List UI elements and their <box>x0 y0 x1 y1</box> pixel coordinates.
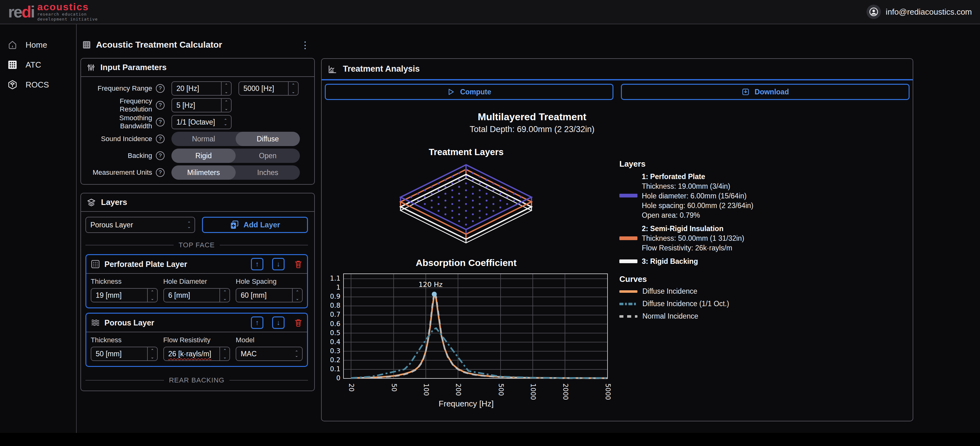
spin-down-icon[interactable]: ⌄ <box>148 295 157 302</box>
svg-text:1: 1 <box>336 284 340 291</box>
svg-text:0.9: 0.9 <box>330 293 340 300</box>
absorption-coefficient-plot: 00.10.20.30.40.50.60.70.80.911.120501002… <box>330 270 614 403</box>
chevron-updown-icon: ⌃⌄ <box>224 119 227 125</box>
svg-text:200: 200 <box>455 383 462 396</box>
brand-tagline-1: research education <box>37 12 97 17</box>
sidebar-item-rocs[interactable]: ROCS <box>0 75 76 95</box>
help-icon[interactable]: ? <box>156 84 165 93</box>
help-icon[interactable]: ? <box>156 151 165 160</box>
download-button[interactable]: Download <box>621 84 910 100</box>
layers-legend-title: Layers <box>619 159 753 169</box>
frequency-min-stepper[interactable]: 20 [Hz] ⌃⌄ <box>172 81 232 95</box>
field-thickness: Thickness 19 [mm] ⌃⌄ <box>91 278 158 302</box>
legend-entry-perforated-plate: 1: Perforated Plate Thickness: 19.00mm (… <box>619 172 753 220</box>
delete-layer-button[interactable] <box>294 260 303 268</box>
help-icon[interactable]: ? <box>156 101 165 110</box>
sound-incidence-toggle: Normal Diffuse <box>172 132 300 146</box>
spin-down-icon[interactable]: ⌄ <box>222 89 231 95</box>
svg-text:0.4: 0.4 <box>330 338 340 346</box>
toggle-option-inches[interactable]: Inches <box>235 165 300 180</box>
kebab-menu-icon[interactable]: ⋮ <box>298 40 313 51</box>
sidebar: Home ATC ROCS <box>0 24 77 433</box>
svg-text:0.3: 0.3 <box>330 347 340 355</box>
user-avatar-icon[interactable] <box>867 5 881 19</box>
thickness-stepper[interactable]: 50 [mm] ⌃⌄ <box>91 347 158 361</box>
hole-spacing-stepper[interactable]: 60 [mm] ⌃⌄ <box>235 288 303 302</box>
layers-title: Layers <box>101 197 127 207</box>
frequency-resolution-stepper[interactable]: 5 [Hz] ⌃⌄ <box>172 98 232 113</box>
spin-up-icon[interactable]: ⌃ <box>148 289 157 295</box>
hole-diameter-stepper[interactable]: 6 [mm] ⌃⌄ <box>163 288 230 302</box>
spin-down-icon[interactable]: ⌄ <box>222 105 231 112</box>
layer-card-title: Perforated Plate Layer <box>104 260 187 269</box>
treatment-analysis-title: Treatment Analysis <box>343 64 420 74</box>
svg-text:5000: 5000 <box>604 383 612 400</box>
spin-down-icon[interactable]: ⌄ <box>148 354 157 360</box>
sidebar-item-home[interactable]: Home <box>0 35 76 55</box>
compute-button[interactable]: Compute <box>325 84 613 100</box>
thickness-stepper[interactable]: 19 [mm] ⌃⌄ <box>91 288 158 302</box>
absorption-chart: 00.10.20.30.40.50.60.70.80.911.120501002… <box>330 270 614 405</box>
frequency-max-stepper[interactable]: 5000 [Hz] ⌃⌄ <box>239 81 299 95</box>
smoothing-bandwidth-row: Smoothing Bandwidth ? 1/1 [Octave] ⌃⌄ <box>86 115 308 129</box>
spin-up-icon[interactable]: ⌃ <box>222 82 231 89</box>
move-layer-up-button[interactable]: ↑ <box>251 258 263 270</box>
field-hole-spacing: Hole Spacing 60 [mm] ⌃⌄ <box>235 278 303 302</box>
sidebar-label-home: Home <box>25 40 47 50</box>
help-icon[interactable]: ? <box>156 135 165 143</box>
spin-up-icon[interactable]: ⌃ <box>148 347 157 354</box>
layers-3d-view <box>390 158 542 255</box>
svg-text:2000: 2000 <box>562 383 569 400</box>
svg-text:100: 100 <box>422 383 430 396</box>
spin-up-icon[interactable]: ⌃ <box>220 289 229 295</box>
toggle-option-rigid[interactable]: Rigid <box>172 149 235 163</box>
move-layer-down-button[interactable]: ↓ <box>272 258 285 270</box>
sidebar-label-atc: ATC <box>25 60 41 70</box>
spin-down-icon[interactable]: ⌄ <box>220 354 229 360</box>
chart-icon <box>328 65 337 74</box>
layer-type-select[interactable]: Porous Layer ⌃⌄ <box>85 217 195 233</box>
home-icon <box>8 40 18 50</box>
layer-card-perforated-plate: Perforated Plate Layer ↑ ↓ <box>85 254 308 308</box>
chevron-updown-icon: ⌃⌄ <box>295 351 298 357</box>
spin-up-icon[interactable]: ⌃ <box>289 82 298 89</box>
svg-text:20: 20 <box>348 383 355 392</box>
add-layer-button[interactable]: Add Layer <box>202 217 308 233</box>
sound-incidence-row: Sound Incidence ? Normal Diffuse <box>86 132 308 146</box>
trash-icon <box>294 260 303 268</box>
atc-title-row: Acoustic Treatment Calculator ⋮ <box>80 38 315 52</box>
move-layer-down-button[interactable]: ↓ <box>272 316 285 329</box>
help-icon[interactable]: ? <box>156 168 165 177</box>
move-layer-up-button[interactable]: ↑ <box>251 316 263 329</box>
sidebar-label-rocs: ROCS <box>25 80 49 90</box>
layer-card-title: Porous Layer <box>104 318 154 327</box>
flow-resistivity-stepper[interactable]: 26 [k·rayls/m] ⌃⌄ <box>163 347 230 361</box>
chevron-updown-icon: ⌃⌄ <box>187 221 191 228</box>
svg-text:50: 50 <box>390 383 398 392</box>
curve-legend-diffuse-octave: Diffuse Incidence (1/1 Oct.) <box>619 300 753 308</box>
svg-text:0.2: 0.2 <box>330 356 340 364</box>
spin-up-icon[interactable]: ⌃ <box>220 347 229 354</box>
spin-up-icon[interactable]: ⌃ <box>222 99 231 105</box>
toggle-option-open[interactable]: Open <box>235 149 300 163</box>
toggle-option-normal[interactable]: Normal <box>172 132 235 146</box>
spin-down-icon[interactable]: ⌄ <box>293 295 302 302</box>
svg-text:0.1: 0.1 <box>330 365 340 373</box>
smoothing-bandwidth-select[interactable]: 1/1 [Octave] ⌃⌄ <box>172 115 232 129</box>
spin-down-icon[interactable]: ⌄ <box>289 89 298 95</box>
curve-legend-normal: Normal Incidence <box>619 312 753 321</box>
treatment-analysis-panel: Treatment Analysis Compute Download <box>321 58 913 421</box>
spin-down-icon[interactable]: ⌄ <box>220 295 229 302</box>
main-content: Acoustic Treatment Calculator ⋮ Input Pa… <box>77 24 980 433</box>
spin-up-icon[interactable]: ⌃ <box>293 289 302 295</box>
svg-text:1.1: 1.1 <box>330 275 340 282</box>
delete-layer-button[interactable] <box>294 318 303 327</box>
svg-text:0: 0 <box>336 375 340 382</box>
sidebar-item-atc[interactable]: ATC <box>0 55 76 75</box>
solid-line-swatch <box>619 290 638 293</box>
toggle-option-milimeters[interactable]: Milimeters <box>172 165 235 180</box>
help-icon[interactable]: ? <box>156 118 165 127</box>
model-select[interactable]: MAC ⌃⌄ <box>235 347 303 361</box>
brand-product: acoustics <box>37 2 97 12</box>
toggle-option-diffuse[interactable]: Diffuse <box>235 132 300 146</box>
